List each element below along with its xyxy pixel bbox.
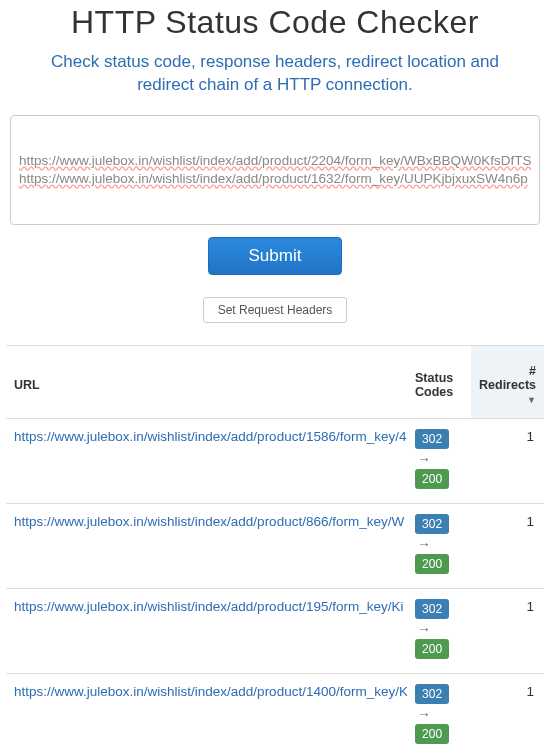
result-url-link[interactable]: https://www.julebox.in/wishlist/index/ad… [14, 429, 406, 444]
redirects-count: 1 [471, 418, 544, 503]
result-url-link[interactable]: https://www.julebox.in/wishlist/index/ad… [14, 599, 403, 614]
set-request-headers-button[interactable]: Set Request Headers [203, 297, 348, 323]
redirects-count: 1 [471, 673, 544, 750]
sort-desc-icon: ▼ [527, 395, 536, 405]
status-cell: 302→200 [407, 673, 471, 750]
col-header-redirects-label: # Redirects [479, 364, 536, 392]
table-row: https://www.julebox.in/wishlist/index/ad… [6, 588, 544, 673]
result-url-link[interactable]: https://www.julebox.in/wishlist/index/ad… [14, 684, 407, 699]
url-textarea-content[interactable]: https://www.julebox.in/wishlist/index/ad… [19, 122, 531, 218]
url-textarea[interactable]: https://www.julebox.in/wishlist/index/ad… [10, 115, 540, 225]
status-badge: 200 [415, 639, 449, 659]
status-badge: 302 [415, 429, 449, 449]
result-url-link[interactable]: https://www.julebox.in/wishlist/index/ad… [14, 514, 404, 529]
submit-button[interactable]: Submit [208, 237, 343, 275]
redirects-count: 1 [471, 588, 544, 673]
page-subtitle: Check status code, response headers, red… [34, 51, 516, 97]
results-table: URL Status Codes # Redirects ▼ https://w… [6, 345, 544, 750]
redirect-arrow-icon: → [415, 536, 463, 552]
status-badge: 200 [415, 469, 449, 489]
col-header-status[interactable]: Status Codes [407, 345, 471, 418]
status-badge: 200 [415, 554, 449, 574]
redirect-arrow-icon: → [415, 451, 463, 467]
col-header-redirects[interactable]: # Redirects ▼ [471, 345, 544, 418]
table-row: https://www.julebox.in/wishlist/index/ad… [6, 418, 544, 503]
status-cell: 302→200 [407, 588, 471, 673]
table-row: https://www.julebox.in/wishlist/index/ad… [6, 673, 544, 750]
status-cell: 302→200 [407, 418, 471, 503]
col-header-url[interactable]: URL [6, 345, 407, 418]
table-row: https://www.julebox.in/wishlist/index/ad… [6, 503, 544, 588]
status-badge: 302 [415, 514, 449, 534]
redirect-arrow-icon: → [415, 621, 463, 637]
page-title: HTTP Status Code Checker [6, 4, 544, 41]
url-cell: https://www.julebox.in/wishlist/index/ad… [6, 588, 407, 673]
status-cell: 302→200 [407, 503, 471, 588]
url-cell: https://www.julebox.in/wishlist/index/ad… [6, 418, 407, 503]
redirects-count: 1 [471, 503, 544, 588]
url-cell: https://www.julebox.in/wishlist/index/ad… [6, 673, 407, 750]
status-badge: 302 [415, 684, 449, 704]
redirect-arrow-icon: → [415, 706, 463, 722]
status-badge: 302 [415, 599, 449, 619]
status-badge: 200 [415, 724, 449, 744]
url-cell: https://www.julebox.in/wishlist/index/ad… [6, 503, 407, 588]
